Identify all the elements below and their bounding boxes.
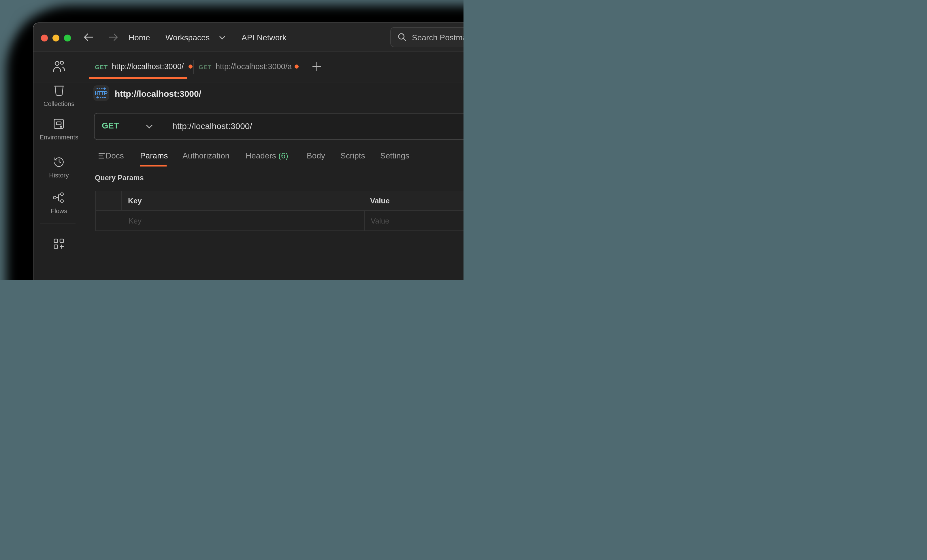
svg-text:HTTP: HTTP (94, 90, 108, 96)
